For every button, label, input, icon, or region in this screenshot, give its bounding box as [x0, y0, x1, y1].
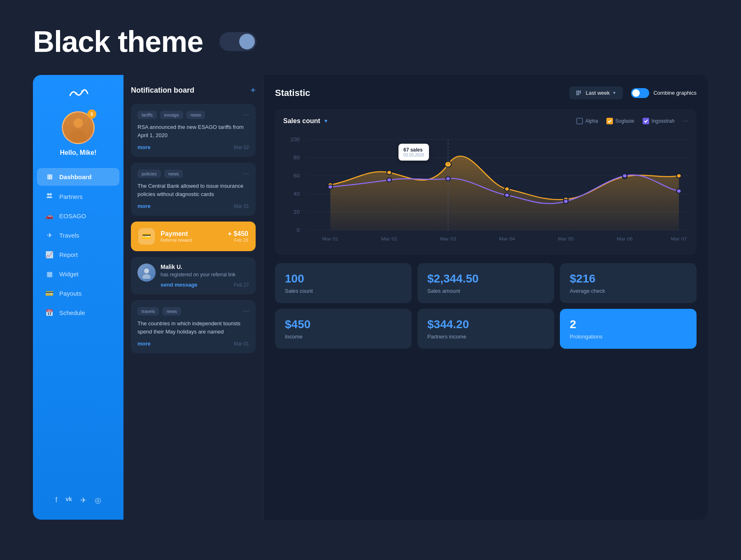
card-footer: more Mar 01 [137, 341, 249, 347]
dropdown-arrow: ▼ [612, 91, 616, 95]
notif-add-btn[interactable]: + [250, 85, 256, 96]
soglasie-checkbox[interactable] [606, 118, 613, 124]
notif-title: Notification board [131, 86, 194, 95]
card-more-link[interactable]: more [137, 341, 151, 347]
legend-more-btn[interactable]: ··· [683, 117, 688, 125]
svg-rect-16 [578, 94, 579, 95]
svg-rect-11 [580, 91, 581, 92]
stat-card-avg-check[interactable]: $216 Average check [560, 263, 697, 303]
card-menu-btn[interactable]: ··· [243, 169, 249, 178]
referral-link[interactable]: send message [161, 282, 198, 288]
nav-item-label: Payouts [59, 290, 82, 297]
legend: Alpha Soglasie Ingosstrah ··· [576, 117, 688, 125]
report-icon: 📈 [45, 251, 54, 259]
svg-rect-15 [576, 94, 578, 95]
card-menu-btn[interactable]: ··· [243, 110, 249, 119]
notification-card-3: travels news ··· The countries in which … [131, 300, 256, 353]
svg-point-4 [74, 119, 83, 128]
svg-point-37 [387, 170, 391, 175]
combine-label: Combine graphics [653, 90, 697, 96]
svg-point-6 [49, 193, 52, 196]
referral-card: Malik U. has registered on your referral… [131, 257, 256, 294]
nav-item-label: Partners [59, 193, 83, 200]
svg-point-8 [142, 274, 151, 279]
card-tags: travels news ··· [137, 307, 249, 315]
stat-card-income[interactable]: $450 Income [275, 309, 412, 349]
dashboard: 5 Hello, Mike! ⊞ Dashboard Partners 🚗 EO… [33, 75, 708, 520]
sidebar: 5 Hello, Mike! ⊞ Dashboard Partners 🚗 EO… [33, 75, 124, 520]
sales-dropdown[interactable]: Sales count ▼ [283, 117, 329, 125]
social-links: f vk ✈ ◎ [55, 489, 101, 511]
legend-soglasie: Soglasie [606, 118, 634, 124]
tag-eosago: eosago [160, 111, 183, 119]
card-text: The Central Bank allowed to issue insura… [137, 182, 249, 198]
svg-text:Mar 02: Mar 02 [381, 236, 397, 242]
sidebar-item-widget[interactable]: ▦ Widget [37, 265, 119, 283]
stat-card-sales-amount[interactable]: $2,344.50 Sales amount [417, 263, 554, 303]
sidebar-item-eosago[interactable]: 🚗 EOSAGO [37, 207, 119, 225]
combine-toggle-switch[interactable] [631, 88, 649, 98]
instagram-icon[interactable]: ◎ [95, 496, 101, 505]
sidebar-item-dashboard[interactable]: ⊞ Dashboard [37, 168, 119, 186]
sidebar-item-travels[interactable]: ✈ Travels [37, 226, 119, 244]
referral-content: Malik U. has registered on your referral… [161, 264, 249, 288]
stat-cards-row2: $450 Income $344.20 Partners income 2 Pr… [275, 309, 697, 349]
sidebar-item-schedule[interactable]: 📅 Schedule [37, 304, 119, 322]
nav-item-label: Dashboard [59, 173, 91, 180]
svg-rect-14 [580, 92, 581, 93]
sidebar-item-report[interactable]: 📈 Report [37, 246, 119, 264]
svg-text:0: 0 [296, 227, 300, 233]
payment-subtitle: Referral reward [161, 238, 222, 243]
legend-alpha: Alpha [576, 118, 598, 124]
ingosstrah-checkbox[interactable] [643, 118, 649, 124]
legend-soglasie-label: Soglasie [615, 118, 634, 124]
tag-policies: policies [137, 170, 161, 178]
svg-point-0 [75, 92, 77, 95]
svg-rect-13 [578, 92, 579, 93]
vk-icon[interactable]: vk [65, 496, 72, 505]
card-date: Mar 01 [234, 341, 249, 347]
svg-point-1 [81, 90, 84, 93]
page-title: Black theme [33, 25, 203, 58]
stat-card-sales-count[interactable]: 100 Sales count [275, 263, 412, 303]
payment-card: 💳 Payment Referral reward + $450 Feb 28 [131, 222, 256, 251]
sidebar-item-payouts[interactable]: 💳 Payouts [37, 285, 119, 302]
card-footer: more Mar 01 [137, 203, 249, 209]
facebook-icon[interactable]: f [55, 496, 57, 505]
sidebar-logo [68, 87, 89, 103]
svg-point-47 [564, 199, 568, 203]
eosago-icon: 🚗 [45, 212, 54, 220]
card-more-link[interactable]: more [137, 203, 151, 209]
widget-icon: ▦ [45, 270, 54, 278]
stat-card-partners-income[interactable]: $344.20 Partners income [417, 309, 554, 349]
chart-controls: Sales count ▼ Alpha Soglasie [283, 117, 688, 125]
card-more-link[interactable]: more [137, 144, 151, 150]
stat-value: $2,344.50 [427, 272, 544, 285]
nav-item-label: EOSAGO [59, 212, 86, 219]
payouts-icon: 💳 [45, 289, 54, 297]
telegram-icon[interactable]: ✈ [80, 496, 86, 505]
notification-card-1: tariffs eosago news ··· RSA announced th… [131, 104, 256, 157]
svg-point-42 [676, 174, 681, 178]
tag-tariffs: tariffs [137, 111, 157, 119]
tag-news: news [186, 111, 205, 119]
dashboard-icon: ⊞ [45, 173, 54, 181]
avatar-container: 5 [62, 111, 95, 144]
alpha-checkbox[interactable] [576, 118, 583, 124]
toggle-knob [239, 34, 255, 49]
theme-toggle[interactable] [219, 32, 256, 51]
stat-label: Partners income [427, 334, 544, 340]
payment-amount-block: + $450 Feb 28 [228, 230, 248, 243]
stat-card-prolongations[interactable]: 2 Prolongations [560, 309, 697, 349]
stat-value: 2 [570, 318, 687, 331]
main-content: Statistic Last week ▼ Combine graphics [263, 75, 708, 520]
svg-point-39 [505, 187, 509, 191]
greeting: Hello, Mike! [60, 149, 97, 156]
page-header: Black theme [33, 25, 708, 58]
card-tags: policies news ··· [137, 169, 249, 178]
chart-wrapper: 100 80 60 40 20 0 Mar 01 Mar 02 Mar 03 M… [283, 131, 688, 247]
card-menu-btn[interactable]: ··· [243, 307, 249, 315]
payment-title: Payment [161, 230, 222, 238]
sidebar-item-partners[interactable]: Partners [37, 187, 119, 205]
period-btn[interactable]: Last week ▼ [569, 86, 623, 99]
